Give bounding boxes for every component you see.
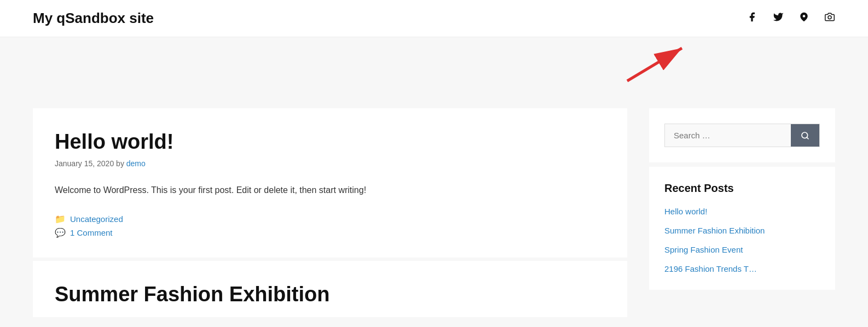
camera-icon[interactable] — [824, 12, 835, 25]
recent-post-link-1[interactable]: Hello world! — [664, 207, 707, 216]
search-button[interactable] — [791, 124, 819, 147]
twitter-icon[interactable] — [773, 11, 784, 25]
folder-icon: 📁 — [55, 214, 66, 224]
post-meta: January 15, 2020 by demo — [55, 159, 605, 168]
post-date: January 15, 2020 — [55, 159, 114, 168]
post-author[interactable]: demo — [126, 159, 146, 168]
post-category[interactable]: Uncategorized — [70, 214, 123, 224]
recent-post-link-4[interactable]: 2196 Fashion Trends T… — [664, 264, 757, 273]
recent-posts-list: Hello world! Summer Fashion Exhibition S… — [664, 206, 820, 275]
recent-posts-widget: Recent Posts Hello world! Summer Fashion… — [649, 167, 835, 290]
header-icons — [747, 11, 835, 25]
site-header: My qSandbox site — [0, 0, 868, 37]
recent-post-link-2[interactable]: Summer Fashion Exhibition — [664, 226, 765, 235]
post-excerpt: Welcome to WordPress. This is your first… — [55, 183, 605, 197]
post-by: by — [116, 159, 126, 168]
search-icon — [801, 131, 809, 140]
svg-line-5 — [807, 137, 808, 139]
sidebar: Recent Posts Hello world! Summer Fashion… — [649, 108, 835, 290]
pin-icon[interactable] — [799, 12, 809, 25]
post-card-1: Hello world! January 15, 2020 by demo We… — [33, 108, 627, 258]
post-title: Hello world! — [55, 130, 605, 154]
recent-posts-title: Recent Posts — [664, 182, 820, 195]
red-arrow — [622, 43, 693, 86]
post-title-partial: Summer Fashion Exhibition — [55, 283, 605, 306]
search-input[interactable] — [665, 124, 791, 147]
recent-post-link-3[interactable]: Spring Fashion Event — [664, 245, 743, 254]
list-item: Summer Fashion Exhibition — [664, 225, 820, 236]
post-footer: 📁 Uncategorized 💬 1 Comment — [55, 214, 605, 238]
search-form — [664, 124, 820, 147]
svg-line-3 — [627, 48, 682, 81]
arrow-annotation-area — [0, 37, 868, 97]
comment-icon: 💬 — [55, 227, 66, 238]
main-content: Hello world! January 15, 2020 by demo We… — [33, 108, 649, 317]
post-comments[interactable]: 1 Comment — [70, 228, 113, 237]
post-comments-item: 💬 1 Comment — [55, 227, 605, 238]
list-item: 2196 Fashion Trends T… — [664, 263, 820, 275]
svg-point-1 — [828, 16, 831, 19]
post-category-item: 📁 Uncategorized — [55, 214, 605, 224]
search-widget — [649, 108, 835, 162]
post-card-2-partial: Summer Fashion Exhibition — [33, 261, 627, 317]
list-item: Hello world! — [664, 206, 820, 217]
site-body: Hello world! January 15, 2020 by demo We… — [0, 108, 868, 327]
svg-point-0 — [803, 15, 806, 17]
site-title: My qSandbox site — [33, 10, 154, 27]
facebook-icon[interactable] — [747, 11, 757, 25]
list-item: Spring Fashion Event — [664, 244, 820, 255]
